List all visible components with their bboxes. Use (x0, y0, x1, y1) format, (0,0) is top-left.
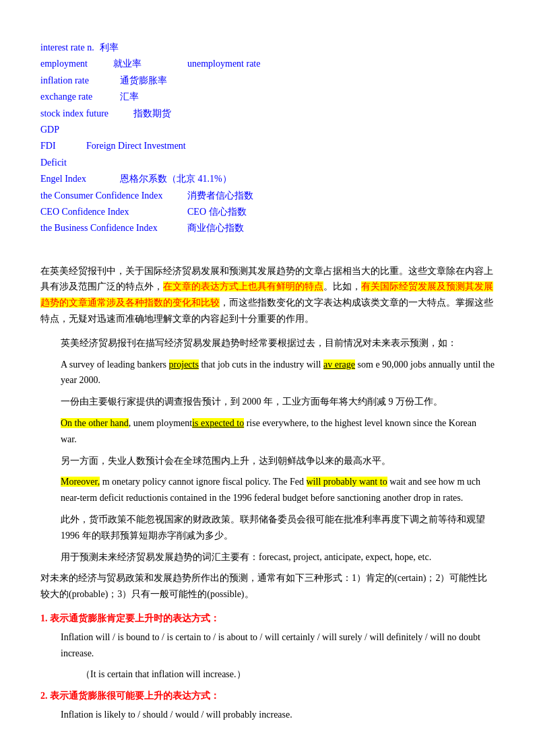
article-para5-cn-text: 此外，货币政策不能忽视国家的财政政策。联邦储备委员会很可能在批准利率再度下调之前… (61, 514, 485, 541)
section2-en: Inflation is likely to / should / would … (61, 707, 495, 723)
vocab-en-gdp: GDP (40, 123, 94, 137)
vocab-row-ceo: CEO Confidence Index CEO 信心指数 (40, 205, 495, 219)
vocab-cn-ceo: CEO 信心指数 (187, 205, 247, 219)
article-para4-cn-text: 另一方面，失业人数预计会在全球范围内上升，达到朝鲜战争以来的最高水平。 (61, 456, 391, 466)
article-para3-cn-text: 一份由主要银行家提供的调查报告预计，到 2000 年，工业方面每年将大约削减 9… (61, 397, 443, 407)
vocabulary-section: interest rate n. 利率 employment 就业率 unemp… (40, 40, 495, 236)
vocab-en-business: the Business Confidence Index (40, 221, 182, 236)
section1-title: 1. 表示通货膨胀肯定要上升时的表达方式： (40, 611, 495, 627)
section1-note-text: （It is certain that inflation will incre… (81, 669, 246, 679)
vocab-row-exchange: exchange rate 汇率 (40, 90, 495, 104)
article-section: 在英美经贸报刊中，关于国际经济贸易发展和预测其发展趋势的文章占据相当大的比重。这… (40, 263, 495, 723)
vocab-cn-exchange: 汇率 (120, 90, 139, 104)
article-para6-cn2: 对未来的经济与贸易政策和发展趋势所作出的预测，通常有如下三种形式：1）肯定的(c… (40, 570, 495, 603)
vocab-cn-business: 商业信心指数 (187, 221, 244, 236)
article-para5-en-wanttto: will probably want to (307, 477, 387, 487)
section2-en-text: Inflation is likely to / should / would … (61, 710, 292, 720)
vocab-en-interest: interest rate n. (40, 40, 94, 55)
section1-note: （It is certain that inflation will incre… (81, 666, 495, 683)
article-para2-en-average: av erage (323, 359, 355, 370)
vocab-en-ceo: CEO Confidence Index (40, 205, 182, 219)
section2-title-text: 2. 表示通货膨胀很可能要上升的表达方式： (40, 691, 220, 701)
vocab-row-consumer: the Consumer Confidence Index 消费者信心指数 (40, 188, 495, 203)
article-para6-cn1: 用于预测未来经济贸易发展趋势的词汇主要有：forecast, project, … (61, 549, 495, 565)
article-para4-en-otherhand: On the other hand (61, 418, 129, 428)
article-para5-en-moreover: Moreover, (61, 477, 100, 487)
section1-title-text: 1. 表示通货膨胀肯定要上升时的表达方式： (40, 613, 220, 623)
section2-title: 2. 表示通货膨胀很可能要上升的表达方式： (40, 688, 495, 704)
article-para4-en-expected: is expected to (192, 418, 244, 428)
article-para6-cn2-text: 对未来的经济与贸易政策和发展趋势所作出的预测，通常有如下三种形式：1）肯定的(c… (40, 573, 487, 599)
article-para2-en-start: A survey of leading bankers (61, 359, 169, 370)
vocab-row-deficit: Deficit (40, 156, 495, 170)
vocab-cn-fdi: Foreign Direct Investment (86, 139, 186, 153)
section1-en-text: Inflation will / is bound to / is certai… (61, 632, 480, 658)
vocab-cn-interest: 利率 (100, 40, 119, 55)
vocab-row-stock: stock index future 指数期货 (40, 106, 495, 121)
vocab-unemployment: unemployment rate (187, 57, 260, 71)
article-para2-en-mid: that job cuts in the industry will (199, 359, 323, 370)
article-para2-cn: 英美经济贸易报刊在描写经济贸易发展趋势时经常要根据过去，目前情况对未来表示预测，… (61, 335, 495, 351)
vocab-row-interest: interest rate n. 利率 (40, 40, 495, 55)
article-para1-highlight1: 在文章的表达方式上也具有鲜明的特点 (163, 281, 323, 291)
vocab-cn-inflation: 通货膨胀率 (120, 73, 167, 88)
article-para2-en: A survey of leading bankers projects tha… (61, 357, 495, 389)
vocab-en-stock: stock index future (40, 106, 128, 121)
vocab-row-fdi: FDI Foreign Direct Investment (40, 139, 495, 153)
vocab-row-gdp: GDP (40, 123, 495, 137)
article-para4-en: On the other hand, unem ploymentis expec… (61, 415, 495, 448)
vocab-row-employment: employment 就业率 unemployment rate (40, 57, 495, 71)
vocab-cn-consumer: 消费者信心指数 (187, 188, 253, 203)
vocab-cn-employment: 就业率 (113, 57, 141, 71)
vocab-row-inflation: inflation rate 通货膨胀率 (40, 73, 495, 88)
article-para5-en: Moreover, m onetary policy cannot ignore… (61, 474, 495, 506)
article-para3-cn: 一份由主要银行家提供的调查报告预计，到 2000 年，工业方面每年将大约削减 9… (61, 394, 495, 410)
vocab-cn-stock: 指数期货 (133, 106, 171, 121)
article-para2-en-projects: projects (169, 359, 199, 370)
vocab-en-deficit: Deficit (40, 156, 94, 170)
section1-en: Inflation will / is bound to / is certai… (61, 629, 495, 662)
vocab-en-consumer: the Consumer Confidence Index (40, 188, 182, 203)
vocab-cn-engel: 恩格尔系数（北京 41.1%） (120, 172, 232, 186)
article-para1-mid: 。比如， (323, 281, 361, 291)
vocab-row-engel: Engel Index 恩格尔系数（北京 41.1%） (40, 172, 495, 186)
article-para-1: 在英美经贸报刊中，关于国际经济贸易发展和预测其发展趋势的文章占据相当大的比重。这… (40, 263, 495, 327)
vocab-en-employment: employment (40, 57, 108, 71)
vocab-en-inflation: inflation rate (40, 73, 115, 88)
article-para4-en-mid: , unem ployment (129, 418, 193, 428)
article-para5-cn: 此外，货币政策不能忽视国家的财政政策。联邦储备委员会很可能在批准利率再度下调之前… (61, 512, 495, 544)
article-para4-cn: 另一方面，失业人数预计会在全球范围内上升，达到朝鲜战争以来的最高水平。 (61, 453, 495, 469)
vocab-en-fdi: FDI (40, 139, 81, 153)
vocab-row-business: the Business Confidence Index 商业信心指数 (40, 221, 495, 236)
article-para5-en-mid: m onetary policy cannot ignore fiscal po… (100, 477, 306, 487)
vocab-en-engel: Engel Index (40, 172, 115, 186)
article-para6-cn1-text: 用于预测未来经济贸易发展趋势的词汇主要有：forecast, project, … (61, 552, 431, 562)
vocab-en-exchange: exchange rate (40, 90, 115, 104)
article-para2-cn-text: 英美经济贸易报刊在描写经济贸易发展趋势时经常要根据过去，目前情况对未来表示预测，… (61, 338, 457, 348)
